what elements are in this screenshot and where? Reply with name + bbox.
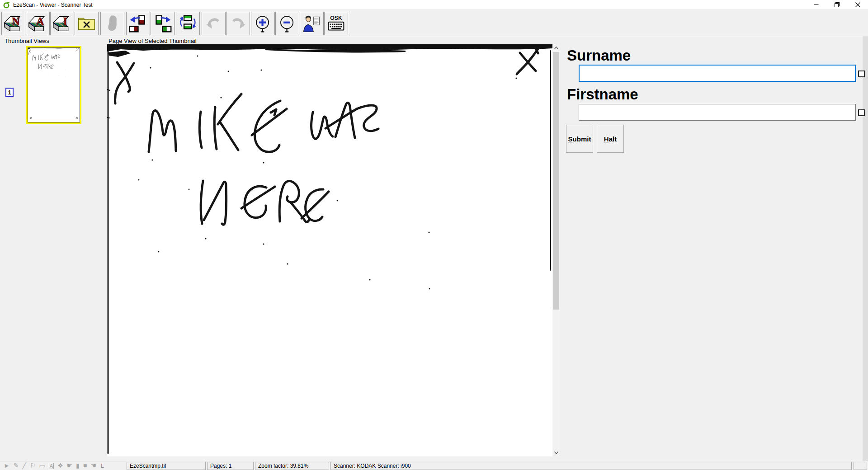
scanner-append-icon: A <box>28 14 48 34</box>
submit-button[interactable]: Submit <box>566 125 593 153</box>
move-page-right-button[interactable] <box>151 12 175 35</box>
page-number: 1 <box>8 89 11 96</box>
line-tool-icon[interactable]: ╱ <box>23 461 26 470</box>
page-view-canvas[interactable]: MIKE WAS HERE <box>107 44 552 456</box>
minimize-button[interactable] <box>806 0 826 10</box>
restore-icon <box>835 2 840 7</box>
delete-page-button-disabled[interactable] <box>100 12 124 35</box>
move-page-left-button[interactable] <box>126 12 150 35</box>
redo-icon <box>228 14 248 34</box>
scrollbar-thumb[interactable] <box>553 52 559 310</box>
close-icon <box>855 2 860 7</box>
firstname-field[interactable] <box>579 104 856 121</box>
panel-right-edge <box>863 36 868 461</box>
thumbnail-views-label: Thumbnail Views <box>5 38 49 44</box>
scroll-up-arrow[interactable] <box>552 44 560 52</box>
operator-details-button[interactable] <box>300 12 324 35</box>
scanner-insert-icon: I <box>52 14 72 34</box>
pen-tool-icon[interactable]: ✎ <box>14 461 19 470</box>
status-resize-grip <box>854 462 867 470</box>
status-bar: ► ✎ ╱ ⚐ ▭ A ❖ ☛ ▮ ■ ☚ L EzeScantmp.tif P… <box>0 461 868 470</box>
surname-label: Surname <box>567 47 631 64</box>
rotate-icon <box>178 14 198 34</box>
bar-tool-icon[interactable]: ▮ <box>76 461 80 470</box>
undo-icon <box>203 14 224 34</box>
osk-keyboard-icon: OSK <box>326 14 346 34</box>
ezescan-logo-icon <box>3 1 10 9</box>
close-button[interactable] <box>847 0 868 10</box>
status-zoom-factor: Zoom factor: 39.81% <box>255 462 329 470</box>
stamp-tool-icon[interactable]: ❖ <box>57 461 63 470</box>
scroll-down-arrow[interactable] <box>552 449 560 456</box>
redo-button[interactable] <box>226 12 250 35</box>
hand-left-tool-icon[interactable]: ☚ <box>90 461 96 470</box>
status-filename: EzeScantmp.tif <box>127 462 206 470</box>
square-tool-icon[interactable]: ■ <box>83 461 87 470</box>
restore-button[interactable] <box>826 0 847 10</box>
text-tool-icon[interactable]: A <box>49 463 54 469</box>
hand-tool-icon[interactable]: ☛ <box>67 461 73 470</box>
move-right-icon <box>152 14 173 34</box>
rotate-pages-button[interactable] <box>176 12 200 35</box>
thumbnail-image <box>28 47 80 122</box>
on-screen-keyboard-button[interactable]: OSK <box>324 12 348 35</box>
scanned-page-image <box>107 44 552 456</box>
minimize-icon <box>814 2 819 7</box>
surname-field[interactable] <box>579 65 856 82</box>
status-scanner: Scanner: KODAK Scanner: i900 <box>330 462 852 470</box>
firstname-label: Firstname <box>567 86 638 103</box>
scan-new-button[interactable]: N <box>1 12 25 35</box>
svg-text:I: I <box>63 15 67 28</box>
vertical-scrollbar[interactable] <box>552 44 560 456</box>
pointer-tool-icon[interactable]: ► <box>4 461 10 470</box>
folder-close-icon <box>76 14 97 34</box>
flag-tool-icon[interactable]: ⚐ <box>30 461 36 470</box>
zoom-out-button[interactable] <box>275 12 299 35</box>
zoom-in-icon <box>253 14 273 34</box>
zoom-out-icon <box>277 14 297 34</box>
main-toolbar: N A I <box>0 10 868 36</box>
title-bar: EzeScan - Viewer - Scanner Test <box>0 0 868 10</box>
close-file-button[interactable] <box>75 12 99 35</box>
firstname-aux-button[interactable] <box>858 109 865 116</box>
page-number-badge: 1 <box>5 88 14 97</box>
zoom-in-button[interactable] <box>251 12 275 35</box>
svg-text:OSK: OSK <box>330 15 342 21</box>
page-view-label: Page View of Selected Thumbnail <box>108 38 197 44</box>
move-left-icon <box>128 14 148 34</box>
undo-button[interactable] <box>202 12 226 35</box>
thumbnail-page-1[interactable] <box>26 46 81 124</box>
rectangle-tool-icon[interactable]: ▭ <box>39 461 45 470</box>
scan-insert-button[interactable]: I <box>50 12 74 35</box>
mode-letter: L <box>101 462 104 469</box>
person-document-icon <box>302 14 322 34</box>
svg-text:N: N <box>12 15 20 28</box>
window-title: EzeScan - Viewer - Scanner Test <box>13 2 93 8</box>
disabled-blob-icon <box>102 14 123 34</box>
status-pages: Pages: 1 <box>207 462 254 470</box>
halt-button[interactable]: Halt <box>597 125 624 153</box>
scan-append-button[interactable]: A <box>26 12 50 35</box>
scanner-new-icon: N <box>3 14 24 34</box>
svg-text:A: A <box>36 15 45 28</box>
surname-aux-button[interactable] <box>858 70 865 77</box>
